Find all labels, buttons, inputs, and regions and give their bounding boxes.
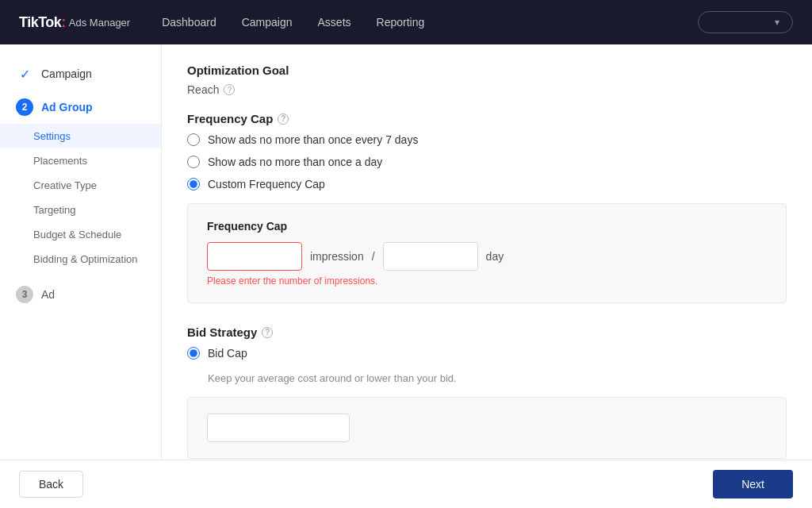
impression-count-input[interactable] — [207, 242, 302, 271]
check-icon: ✓ — [16, 65, 33, 83]
sidebar-sub-budget-schedule[interactable]: Budget & Schedule — [0, 222, 161, 247]
sidebar-item-ad[interactable]: 3 Ad — [0, 278, 161, 311]
nav-campaign[interactable]: Campaign — [242, 13, 293, 32]
logo-tiktok: TikTok — [19, 14, 61, 30]
adgroup-badge: 2 — [16, 98, 33, 116]
freq-custom-radio[interactable] — [187, 178, 200, 190]
footer: Back Next — [0, 460, 812, 508]
logo-colon: : — [61, 14, 66, 30]
nav-assets[interactable]: Assets — [318, 13, 351, 32]
freq-1day-radio[interactable] — [187, 156, 200, 168]
sidebar-sub-placements[interactable]: Placements — [0, 148, 161, 173]
bid-cap-description: Keep your average cost around or lower t… — [208, 372, 787, 384]
bid-cap-input[interactable] — [207, 414, 350, 442]
sidebar-sub-bidding[interactable]: Bidding & Optimization — [0, 247, 161, 271]
freq-7days-radio[interactable] — [187, 133, 200, 146]
sidebar-sub-targeting[interactable]: Targeting — [0, 198, 161, 222]
logo-text: TikTok: — [19, 14, 66, 31]
sidebar-item-adgroup[interactable]: 2 Ad Group — [0, 90, 161, 124]
freq-1day-option[interactable]: Show ads no more than once a day — [187, 156, 787, 168]
back-button[interactable]: Back — [19, 471, 83, 498]
main-nav: Dashboard Campaign Assets Reporting — [162, 13, 698, 32]
bid-cap-label: Bid Cap — [208, 347, 247, 360]
content-inner: Optimization Goal Reach ? Frequency Cap … — [162, 44, 812, 460]
sidebar-sub-creative-type[interactable]: Creative Type — [0, 173, 161, 198]
content-area: Optimization Goal Reach ? Frequency Cap … — [162, 44, 812, 460]
bid-strategy-title: Bid Strategy ? — [187, 325, 787, 339]
ad-badge: 3 — [16, 286, 33, 303]
bid-strategy-section: Bid Strategy ? Bid Cap Keep your average… — [187, 325, 787, 459]
freq-cap-help-icon[interactable]: ? — [278, 114, 289, 125]
sidebar-sub-settings[interactable]: Settings — [0, 124, 161, 148]
freq-custom-option[interactable]: Custom Frequency Cap — [187, 178, 787, 190]
sidebar: ✓ Campaign 2 Ad Group Settings Placement… — [0, 44, 162, 460]
next-button[interactable]: Next — [713, 470, 793, 498]
freq-7days-option[interactable]: Show ads no more than once every 7 days — [187, 133, 787, 146]
sidebar-ad-label: Ad — [41, 288, 55, 301]
day-label: day — [486, 250, 504, 263]
header: TikTok: Ads Manager Dashboard Campaign A… — [0, 0, 812, 44]
main-layout: ✓ Campaign 2 Ad Group Settings Placement… — [0, 44, 812, 460]
optimization-goal-section: Optimization Goal Reach ? — [187, 64, 787, 96]
logo: TikTok: Ads Manager — [19, 14, 130, 31]
bid-strategy-help-icon[interactable]: ? — [262, 327, 273, 338]
day-count-input[interactable] — [383, 242, 478, 271]
impression-label: impression — [310, 250, 364, 263]
frequency-cap-section: Frequency Cap ? Show ads no more than on… — [187, 112, 787, 303]
freq-cap-label: Frequency Cap — [187, 112, 273, 125]
freq-1day-label: Show ads no more than once a day — [208, 156, 382, 168]
chevron-down-icon: ▾ — [775, 17, 779, 28]
freq-custom-label: Custom Frequency Cap — [208, 178, 325, 190]
bid-cap-box — [187, 397, 787, 459]
bid-cap-radio[interactable] — [187, 347, 200, 360]
freq-inputs-row: impression / day — [207, 242, 767, 271]
nav-dashboard[interactable]: Dashboard — [162, 13, 216, 32]
custom-freq-box: Frequency Cap impression / day Please en… — [187, 203, 787, 303]
frequency-cap-options: Show ads no more than once every 7 days … — [187, 133, 787, 190]
optimization-help-icon[interactable]: ? — [224, 84, 235, 95]
slash-divider: / — [372, 250, 375, 263]
frequency-cap-title: Frequency Cap ? — [187, 112, 787, 125]
optimization-goal-value: Reach ? — [187, 83, 787, 96]
bid-strategy-label: Bid Strategy — [187, 325, 257, 339]
custom-freq-title: Frequency Cap — [207, 220, 767, 233]
sidebar-item-campaign[interactable]: ✓ Campaign — [0, 57, 161, 90]
sidebar-campaign-label: Campaign — [41, 67, 92, 80]
impression-error: Please enter the number of impressions. — [207, 275, 767, 287]
header-right: ▾ — [698, 11, 793, 33]
optimization-goal-title: Optimization Goal — [187, 64, 787, 77]
bid-strategy-options: Bid Cap Keep your average cost around or… — [187, 347, 787, 384]
nav-reporting[interactable]: Reporting — [377, 13, 425, 32]
bid-cap-option[interactable]: Bid Cap — [187, 347, 787, 360]
freq-7days-label: Show ads no more than once every 7 days — [208, 133, 418, 146]
sidebar-adgroup-label: Ad Group — [41, 101, 93, 114]
reach-value: Reach — [187, 83, 219, 96]
account-dropdown[interactable]: ▾ — [698, 11, 793, 33]
logo-subtitle: Ads Manager — [69, 17, 130, 29]
